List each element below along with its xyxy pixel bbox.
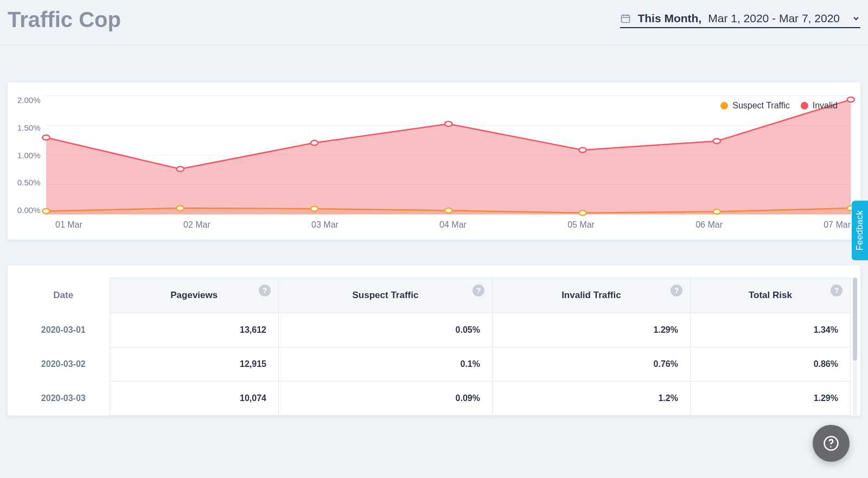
data-cell: 13,612 xyxy=(110,313,279,347)
page-title: Traffic Cop xyxy=(8,8,121,32)
y-tick: 1.50% xyxy=(17,123,41,132)
date-cell: 2020-03-01 xyxy=(17,313,110,347)
data-cell: 0.05% xyxy=(279,313,493,347)
y-axis: 2.00% 1.50% 1.00% 0.50% 0.00% xyxy=(17,95,46,215)
data-cell: 0.09% xyxy=(279,382,493,416)
data-cell: 0.76% xyxy=(492,347,690,382)
feedback-tab[interactable]: Feedback xyxy=(852,201,868,260)
x-tick: 06 Mar xyxy=(695,220,723,230)
y-tick: 1.00% xyxy=(17,151,41,160)
y-tick: 0.50% xyxy=(17,178,41,187)
x-tick: 07 Mar xyxy=(824,220,851,230)
col-header-date[interactable]: Date xyxy=(17,278,110,313)
table-row: 2020-03-0310,0740.09%1.2%1.29% xyxy=(17,382,851,416)
data-table-card: Date Pageviews ? Suspect Traffic ? Inval… xyxy=(8,266,860,416)
x-tick: 02 Mar xyxy=(183,220,210,230)
data-cell: 1.34% xyxy=(690,313,850,347)
svg-point-8 xyxy=(579,210,586,215)
data-cell: 1.29% xyxy=(690,382,850,416)
svg-point-6 xyxy=(310,206,317,211)
chart-plot-area[interactable] xyxy=(46,95,851,215)
question-icon xyxy=(823,435,839,451)
table-scrollbar[interactable] xyxy=(853,277,857,416)
y-tick: 0.00% xyxy=(17,205,41,215)
col-header-risk[interactable]: Total Risk ? xyxy=(690,278,850,313)
chart-body: 2.00% 1.50% 1.00% 0.50% 0.00% xyxy=(17,95,851,215)
x-axis: 01 Mar02 Mar03 Mar04 Mar05 Mar06 Mar07 M… xyxy=(55,220,851,230)
svg-point-13 xyxy=(310,140,317,145)
x-tick: 03 Mar xyxy=(311,220,339,230)
calendar-icon xyxy=(620,13,631,24)
data-cell: 12,915 xyxy=(110,347,279,382)
y-tick: 2.00% xyxy=(17,95,41,105)
legend-item-suspect[interactable]: Suspect Traffic xyxy=(720,101,790,111)
data-cell: 1.29% xyxy=(492,313,690,347)
data-cell: 1.2% xyxy=(492,382,690,416)
col-header-label: Suspect Traffic xyxy=(353,290,419,300)
data-cell: 10,074 xyxy=(110,382,279,416)
svg-point-9 xyxy=(713,209,720,214)
col-header-label: Total Risk xyxy=(749,290,792,300)
date-range-picker[interactable]: This Month, Mar 1, 2020 - Mar 7, 2020 xyxy=(620,12,860,28)
date-cell: 2020-03-03 xyxy=(17,382,110,416)
table-row: 2020-03-0113,6120.05%1.29%1.34% xyxy=(17,313,851,347)
svg-point-15 xyxy=(579,147,586,152)
page-header: Traffic Cop This Month, Mar 1, 2020 - Ma… xyxy=(0,0,868,46)
help-icon[interactable]: ? xyxy=(671,285,682,296)
svg-point-14 xyxy=(445,121,452,126)
svg-point-7 xyxy=(445,208,452,213)
legend-label: Invalid xyxy=(813,101,838,111)
help-icon[interactable]: ? xyxy=(473,285,484,296)
legend-item-invalid[interactable]: Invalid xyxy=(801,101,838,111)
x-tick: 05 Mar xyxy=(567,220,595,230)
chart-legend: Suspect Traffic Invalid xyxy=(720,101,838,111)
date-range: Mar 1, 2020 - Mar 7, 2020 xyxy=(708,12,840,25)
svg-point-16 xyxy=(713,139,720,144)
svg-point-12 xyxy=(176,166,183,171)
legend-dot-red-icon xyxy=(801,102,808,109)
date-cell: 2020-03-02 xyxy=(17,347,110,382)
col-header-pageviews[interactable]: Pageviews ? xyxy=(110,278,279,313)
svg-point-5 xyxy=(176,206,183,211)
date-label: This Month, xyxy=(637,12,701,25)
col-header-label: Invalid Traffic xyxy=(561,290,621,300)
svg-point-17 xyxy=(847,97,854,102)
table-scroll-thumb[interactable] xyxy=(853,277,857,360)
svg-point-19 xyxy=(830,446,832,448)
svg-point-11 xyxy=(42,135,49,140)
data-cell: 0.1% xyxy=(279,347,493,382)
table-row: 2020-03-0212,9150.1%0.76%0.86% xyxy=(17,347,851,382)
help-icon[interactable]: ? xyxy=(831,285,843,296)
col-header-suspect[interactable]: Suspect Traffic ? xyxy=(279,278,493,313)
chevron-down-icon xyxy=(852,14,860,23)
x-tick: 01 Mar xyxy=(55,220,82,230)
help-bubble[interactable] xyxy=(813,425,850,462)
svg-point-4 xyxy=(42,209,49,214)
data-cell: 0.86% xyxy=(690,347,850,382)
help-icon[interactable]: ? xyxy=(259,285,271,296)
svg-rect-0 xyxy=(622,15,630,22)
legend-label: Suspect Traffic xyxy=(732,101,790,111)
data-table: Date Pageviews ? Suspect Traffic ? Inval… xyxy=(17,277,851,416)
legend-dot-orange-icon xyxy=(720,102,728,109)
col-header-invalid[interactable]: Invalid Traffic ? xyxy=(492,278,690,313)
col-header-label: Pageviews xyxy=(170,290,218,300)
traffic-chart-card: Suspect Traffic Invalid 2.00% 1.50% 1.00… xyxy=(8,82,860,240)
x-tick: 04 Mar xyxy=(439,220,467,230)
